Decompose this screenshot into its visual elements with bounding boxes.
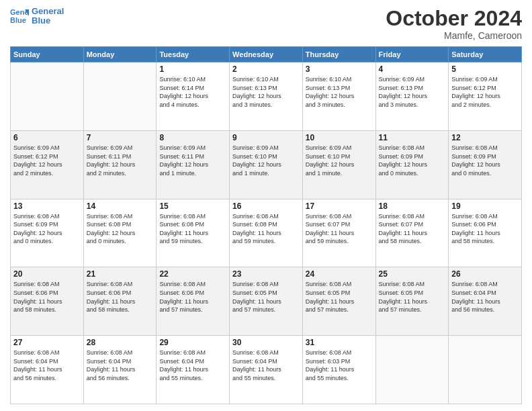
logo-icon: General Blue	[10, 7, 29, 26]
day-number: 7	[87, 133, 154, 142]
day-info: Sunrise: 6:08 AM Sunset: 6:08 PM Dayligh…	[232, 212, 300, 246]
day-info: Sunrise: 6:08 AM Sunset: 6:04 PM Dayligh…	[451, 280, 519, 314]
calendar-cell: 2Sunrise: 6:10 AM Sunset: 6:13 PM Daylig…	[230, 62, 303, 131]
title-block: October 2024 Mamfe, Cameroon	[386, 7, 522, 41]
calendar-cell: 16Sunrise: 6:08 AM Sunset: 6:08 PM Dayli…	[230, 199, 303, 267]
calendar-cell: 13Sunrise: 6:08 AM Sunset: 6:09 PM Dayli…	[11, 199, 84, 267]
day-info: Sunrise: 6:09 AM Sunset: 6:10 PM Dayligh…	[232, 144, 300, 177]
day-number: 26	[451, 269, 519, 279]
weekday-header: Thursday	[302, 47, 375, 62]
month-title: October 2024	[386, 7, 522, 30]
day-info: Sunrise: 6:08 AM Sunset: 6:06 PM Dayligh…	[13, 280, 81, 314]
day-number: 30	[232, 338, 300, 347]
calendar-cell	[449, 336, 522, 404]
day-number: 9	[232, 133, 300, 142]
calendar-cell: 12Sunrise: 6:08 AM Sunset: 6:09 PM Dayli…	[449, 130, 522, 199]
day-info: Sunrise: 6:08 AM Sunset: 6:07 PM Dayligh…	[379, 212, 446, 246]
day-info: Sunrise: 6:08 AM Sunset: 6:08 PM Dayligh…	[159, 212, 226, 246]
day-info: Sunrise: 6:08 AM Sunset: 6:09 PM Dayligh…	[379, 144, 446, 177]
day-info: Sunrise: 6:08 AM Sunset: 6:09 PM Dayligh…	[451, 144, 519, 177]
calendar-cell: 28Sunrise: 6:08 AM Sunset: 6:04 PM Dayli…	[83, 336, 157, 404]
day-number: 8	[159, 133, 226, 142]
svg-text:Blue: Blue	[10, 16, 26, 24]
calendar-cell: 26Sunrise: 6:08 AM Sunset: 6:04 PM Dayli…	[449, 267, 522, 336]
weekday-header: Tuesday	[157, 47, 230, 62]
calendar-cell: 11Sunrise: 6:08 AM Sunset: 6:09 PM Dayli…	[375, 130, 449, 199]
calendar-cell: 23Sunrise: 6:08 AM Sunset: 6:05 PM Dayli…	[230, 267, 303, 336]
calendar-cell: 20Sunrise: 6:08 AM Sunset: 6:06 PM Dayli…	[11, 267, 84, 336]
day-number: 21	[87, 269, 154, 279]
day-info: Sunrise: 6:09 AM Sunset: 6:11 PM Dayligh…	[159, 144, 226, 177]
day-info: Sunrise: 6:09 AM Sunset: 6:11 PM Dayligh…	[87, 144, 154, 177]
day-info: Sunrise: 6:08 AM Sunset: 6:09 PM Dayligh…	[13, 212, 81, 246]
day-number: 31	[306, 338, 373, 347]
day-info: Sunrise: 6:09 AM Sunset: 6:13 PM Dayligh…	[379, 75, 446, 109]
day-number: 29	[159, 338, 226, 347]
day-number: 19	[451, 201, 519, 211]
day-number: 15	[159, 201, 226, 211]
day-number: 11	[379, 133, 446, 142]
calendar-cell: 10Sunrise: 6:09 AM Sunset: 6:10 PM Dayli…	[302, 130, 375, 199]
calendar-cell	[11, 62, 84, 131]
day-number: 10	[306, 133, 373, 142]
day-info: Sunrise: 6:08 AM Sunset: 6:07 PM Dayligh…	[306, 212, 373, 246]
weekday-header: Wednesday	[230, 47, 303, 62]
weekday-header: Monday	[83, 47, 157, 62]
day-info: Sunrise: 6:08 AM Sunset: 6:04 PM Dayligh…	[159, 349, 226, 382]
day-info: Sunrise: 6:08 AM Sunset: 6:06 PM Dayligh…	[87, 280, 154, 314]
calendar-cell: 15Sunrise: 6:08 AM Sunset: 6:08 PM Dayli…	[157, 199, 230, 267]
day-number: 20	[13, 269, 81, 279]
calendar-cell: 21Sunrise: 6:08 AM Sunset: 6:06 PM Dayli…	[83, 267, 157, 336]
day-number: 23	[232, 269, 300, 279]
day-info: Sunrise: 6:10 AM Sunset: 6:14 PM Dayligh…	[159, 75, 226, 109]
calendar-week-row: 13Sunrise: 6:08 AM Sunset: 6:09 PM Dayli…	[11, 199, 522, 267]
calendar-week-row: 20Sunrise: 6:08 AM Sunset: 6:06 PM Dayli…	[11, 267, 522, 336]
calendar-cell: 9Sunrise: 6:09 AM Sunset: 6:10 PM Daylig…	[230, 130, 303, 199]
day-info: Sunrise: 6:09 AM Sunset: 6:10 PM Dayligh…	[306, 144, 373, 177]
calendar-cell: 22Sunrise: 6:08 AM Sunset: 6:06 PM Dayli…	[157, 267, 230, 336]
day-number: 3	[306, 64, 373, 74]
calendar-cell: 5Sunrise: 6:09 AM Sunset: 6:12 PM Daylig…	[449, 62, 522, 131]
weekday-header: Sunday	[11, 47, 84, 62]
logo: General Blue General Blue	[10, 7, 64, 26]
day-number: 18	[379, 201, 446, 211]
calendar-cell: 27Sunrise: 6:08 AM Sunset: 6:04 PM Dayli…	[11, 336, 84, 404]
day-info: Sunrise: 6:08 AM Sunset: 6:04 PM Dayligh…	[232, 349, 300, 382]
day-info: Sunrise: 6:08 AM Sunset: 6:04 PM Dayligh…	[13, 349, 81, 382]
calendar-cell: 6Sunrise: 6:09 AM Sunset: 6:12 PM Daylig…	[11, 130, 84, 199]
location: Mamfe, Cameroon	[386, 30, 522, 41]
day-number: 16	[232, 201, 300, 211]
calendar-cell: 8Sunrise: 6:09 AM Sunset: 6:11 PM Daylig…	[157, 130, 230, 199]
calendar-cell: 3Sunrise: 6:10 AM Sunset: 6:13 PM Daylig…	[302, 62, 375, 131]
day-number: 13	[13, 201, 81, 211]
calendar-cell: 31Sunrise: 6:08 AM Sunset: 6:03 PM Dayli…	[302, 336, 375, 404]
calendar-cell: 7Sunrise: 6:09 AM Sunset: 6:11 PM Daylig…	[83, 130, 157, 199]
weekday-header: Friday	[375, 47, 449, 62]
calendar-cell	[83, 62, 157, 131]
day-number: 5	[451, 64, 519, 74]
day-info: Sunrise: 6:09 AM Sunset: 6:12 PM Dayligh…	[13, 144, 81, 177]
calendar-cell: 30Sunrise: 6:08 AM Sunset: 6:04 PM Dayli…	[230, 336, 303, 404]
calendar-cell: 19Sunrise: 6:08 AM Sunset: 6:06 PM Dayli…	[449, 199, 522, 267]
header: General Blue General Blue October 2024 M…	[10, 7, 522, 41]
day-number: 1	[159, 64, 226, 74]
day-number: 2	[232, 64, 300, 74]
weekday-header-row: SundayMondayTuesdayWednesdayThursdayFrid…	[11, 47, 522, 62]
calendar-cell	[375, 336, 449, 404]
calendar-week-row: 27Sunrise: 6:08 AM Sunset: 6:04 PM Dayli…	[11, 336, 522, 404]
day-number: 25	[379, 269, 446, 279]
calendar-table: SundayMondayTuesdayWednesdayThursdayFrid…	[10, 46, 522, 404]
svg-text:General: General	[10, 8, 29, 16]
calendar-cell: 4Sunrise: 6:09 AM Sunset: 6:13 PM Daylig…	[375, 62, 449, 131]
calendar-cell: 24Sunrise: 6:08 AM Sunset: 6:05 PM Dayli…	[302, 267, 375, 336]
calendar-cell: 18Sunrise: 6:08 AM Sunset: 6:07 PM Dayli…	[375, 199, 449, 267]
page: General Blue General Blue October 2024 M…	[0, 0, 532, 411]
logo-text-line1: General	[32, 7, 64, 16]
calendar-week-row: 1Sunrise: 6:10 AM Sunset: 6:14 PM Daylig…	[11, 62, 522, 131]
day-info: Sunrise: 6:08 AM Sunset: 6:03 PM Dayligh…	[306, 349, 373, 382]
calendar-cell: 17Sunrise: 6:08 AM Sunset: 6:07 PM Dayli…	[302, 199, 375, 267]
calendar-cell: 14Sunrise: 6:08 AM Sunset: 6:08 PM Dayli…	[83, 199, 157, 267]
day-info: Sunrise: 6:08 AM Sunset: 6:05 PM Dayligh…	[379, 280, 446, 314]
calendar-cell: 1Sunrise: 6:10 AM Sunset: 6:14 PM Daylig…	[157, 62, 230, 131]
day-info: Sunrise: 6:08 AM Sunset: 6:08 PM Dayligh…	[87, 212, 154, 246]
